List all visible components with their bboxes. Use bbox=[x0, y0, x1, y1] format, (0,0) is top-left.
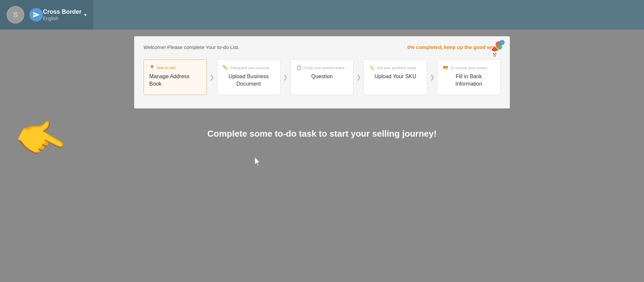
brand-icon bbox=[30, 8, 43, 21]
main-area: 👈 Welcome! Please complete Your to-do Li… bbox=[0, 30, 644, 282]
steps-row: 📍 Start to sell Manage Address Book ❯ ✏️… bbox=[144, 59, 500, 95]
step-5-title: Fill in Bank Information bbox=[443, 73, 495, 88]
svg-point-10 bbox=[493, 47, 497, 52]
step-5-icon: 💳 bbox=[443, 65, 448, 70]
bottom-text: Complete some to-do task to start your s… bbox=[207, 129, 436, 139]
mascot bbox=[482, 39, 506, 62]
step-upload-sku[interactable]: 🏷️ Get your products ready Upload Your S… bbox=[364, 59, 427, 95]
brand-language: English bbox=[43, 16, 82, 21]
svg-point-8 bbox=[495, 53, 497, 54]
arrow-4-icon: ❯ bbox=[427, 74, 437, 81]
step-2-label: ✏️ Safeguard your account bbox=[223, 65, 275, 70]
step-2-title: Upload Business Document bbox=[223, 73, 275, 88]
step-1-title: Manage Address Book bbox=[149, 73, 201, 88]
cursor-icon bbox=[255, 157, 263, 167]
step-5-label: 💳 To receive your money bbox=[443, 65, 495, 70]
step-3-icon: 📋 bbox=[296, 65, 302, 70]
svg-point-1 bbox=[499, 40, 505, 45]
step-3-label: 📋 Finish your questionnaire bbox=[296, 65, 348, 70]
step-4-label: 🏷️ Get your products ready bbox=[369, 65, 421, 70]
pointing-hand-icon: 👈 bbox=[8, 107, 75, 174]
chevron-down-icon[interactable]: ▾ bbox=[84, 12, 87, 17]
arrow-2-icon: ❯ bbox=[280, 74, 290, 81]
step-4-title: Upload Your SKU bbox=[369, 73, 421, 80]
svg-point-7 bbox=[493, 53, 494, 54]
arrow-1-icon: ❯ bbox=[207, 74, 217, 81]
step-1-icon: 📍 bbox=[149, 65, 155, 70]
cursor-svg bbox=[255, 157, 263, 167]
step-upload-document[interactable]: ✏️ Safeguard your account Upload Busines… bbox=[217, 59, 280, 95]
arrow-3-icon: ❯ bbox=[354, 74, 364, 81]
mascot-svg bbox=[482, 39, 506, 62]
todo-card: Welcome! Please complete Your to-do List… bbox=[134, 36, 510, 108]
brand-text-block: Cross Border English bbox=[43, 8, 82, 21]
brand-name: Cross Border bbox=[43, 8, 82, 16]
airplane-icon bbox=[33, 11, 40, 18]
step-question[interactable]: 📋 Finish your questionnaire Question bbox=[290, 59, 354, 95]
welcome-text: Welcome! Please complete Your to-do List… bbox=[144, 44, 239, 50]
todo-header: Welcome! Please complete Your to-do List… bbox=[144, 44, 500, 50]
header-left: S Cross Border English ▾ bbox=[0, 0, 93, 30]
step-3-title: Question bbox=[296, 73, 348, 80]
step-2-icon: ✏️ bbox=[223, 65, 228, 70]
header: S Cross Border English ▾ bbox=[0, 0, 644, 30]
avatar: S bbox=[7, 6, 24, 23]
step-1-label: 📍 Start to sell bbox=[149, 65, 201, 70]
step-manage-address[interactable]: 📍 Start to sell Manage Address Book bbox=[144, 59, 207, 95]
step-4-icon: 🏷️ bbox=[369, 65, 375, 70]
svg-point-11 bbox=[494, 54, 495, 56]
step-bank-information[interactable]: 💳 To receive your money Fill in Bank Inf… bbox=[437, 59, 500, 95]
